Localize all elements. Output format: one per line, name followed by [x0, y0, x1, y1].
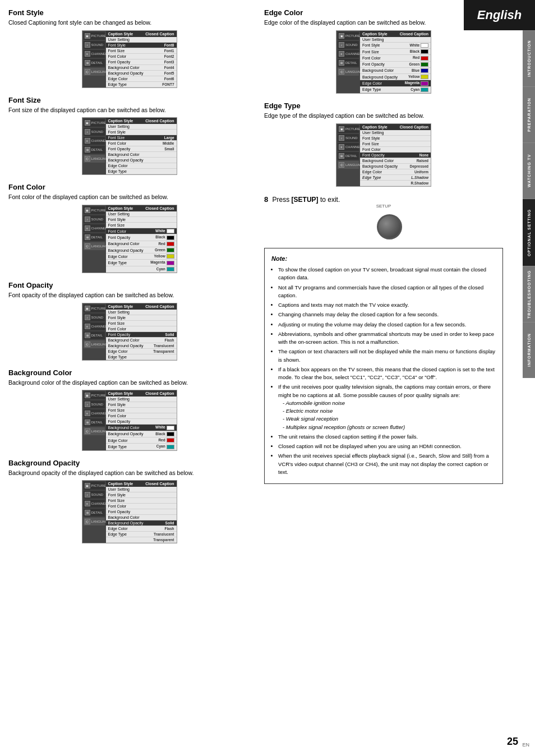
tab-information[interactable]: INFORMATION	[523, 322, 535, 378]
sidebar-et-sound: ♪SOUND	[338, 134, 359, 142]
fcmr-style: Font Style	[106, 217, 177, 223]
sidebar-et-channel: ≡CHANNEL	[338, 143, 359, 151]
tab-preparation[interactable]: PREPARATION	[523, 86, 535, 142]
step-text: Press [SETUP] to exit.	[273, 196, 340, 204]
sidebar-fo-channel: ≡CHANNEL	[84, 322, 105, 330]
tab-introduction[interactable]: INTRODUCTION	[523, 30, 535, 86]
right-column: Edge Color Edge color of the displayed c…	[261, 8, 503, 551]
fcmr-user: User Setting	[106, 211, 177, 217]
tab-optional-setting[interactable]: OPTIONAL SETTING	[523, 199, 535, 266]
menu-sidebar-bo: ▣PICTURE ♪SOUND ≡CHANNEL ⊞DETAIL ⒺLANGUA…	[82, 481, 106, 543]
note-item-1: To show the closed caption on your TV sc…	[278, 266, 496, 282]
fcmr-ec: Edge ColorYellow	[106, 253, 177, 260]
etmr-user: User Setting	[360, 130, 431, 136]
fsmr-opacity: Font OpacitySmall	[106, 146, 177, 152]
fomr-et: Edge Type	[106, 354, 177, 360]
side-navigation: INTRODUCTION PREPARATION WATCHING TV OPT…	[523, 30, 535, 378]
ec-language-icon: Ⓔ	[339, 69, 344, 75]
menu-main-font-color: Caption StyleClosed Caption User Setting…	[106, 205, 177, 273]
bcmr-fc: Font Color	[106, 413, 177, 419]
tab-watching-tv[interactable]: WATCHING TV	[523, 142, 535, 199]
sidebar-et-detail: ⊞DETAIL	[338, 152, 359, 160]
sidebar-bc-picture: ▣PICTURE	[84, 391, 105, 399]
sidebar-sound: ♪SOUND	[84, 41, 105, 49]
bg-opacity-menu: ▣PICTURE ♪SOUND ≡CHANNEL ⊞DETAIL ⒺLANGUA…	[8, 480, 250, 543]
ecmr-bg-op: Background OpacityYellow	[360, 74, 431, 80]
step-8-section: 8 Press [SETUP] to exit. SETUP	[264, 195, 503, 242]
sidebar-fc-channel: ≡CHANNEL	[84, 224, 105, 232]
sidebar-bc-language: ⒺLANGUAGE	[84, 427, 105, 435]
bcmr-bg: Background ColorWhite	[106, 425, 177, 431]
bcmr-user: User Setting	[106, 397, 177, 402]
sidebar-ec-language: ⒺLANGUAGE	[338, 68, 359, 76]
ecmr-size: Font SizeBlack	[360, 49, 431, 55]
fs-sound-icon: ♪	[85, 129, 90, 135]
menu-row-font-style: Font StyleFont8	[106, 43, 177, 48]
menu-header-fs: Caption StyleClosed Caption	[106, 118, 177, 124]
picture-icon: ▣	[85, 33, 90, 39]
etmr-bg-op: Background OpacityDepressed	[360, 164, 431, 169]
bcmr-size: Font Size	[106, 408, 177, 413]
section-font-style: Font Style Closed Captioning font style …	[8, 8, 250, 88]
sidebar-bc-sound: ♪SOUND	[84, 400, 105, 408]
fo-language-icon: Ⓔ	[85, 342, 90, 347]
section-font-size: Font Size Font size of the displayed cap…	[8, 96, 250, 176]
menu-row-bg-opacity: Background OpacityFont5	[106, 71, 177, 76]
setup-button-container	[264, 211, 503, 242]
ecmr-fc: Font ColorRed	[360, 55, 431, 61]
note-item-7: The caption or text characters will not …	[278, 348, 496, 364]
font-size-menu: ▣PICTURE ♪SOUND ≡CHANNEL ⊞DETAIL ⒺLANGUA…	[8, 117, 250, 175]
menu-header-bc: Caption StyleClosed Caption	[106, 390, 177, 397]
ec-sound-icon: ♪	[339, 42, 344, 48]
fsmr-edge-type: Edge Type	[106, 169, 177, 174]
sound-icon: ♪	[85, 42, 90, 48]
menu-header-fo: Caption StyleClosed Caption	[106, 303, 177, 310]
tab-troubleshooting[interactable]: TROUBLESHOOTING	[523, 266, 535, 322]
bcmr-style: Font Style	[106, 402, 177, 408]
page-lang: EN	[522, 742, 529, 748]
et-language-icon: Ⓔ	[339, 162, 344, 168]
sidebar-fs-channel: ≡CHANNEL	[84, 137, 105, 145]
fomr-ec: Edge ColorTransparent	[106, 349, 177, 354]
fcmr-size: Font Size	[106, 223, 177, 228]
fcmr-bg-op: Background OpacityGreen	[106, 247, 177, 253]
sidebar-ec-detail: ⊞DETAIL	[338, 59, 359, 67]
ecmr-et: Edge TypeCyan	[360, 87, 431, 93]
sidebar-fo-sound: ♪SOUND	[84, 314, 105, 321]
menu-sidebar: ▣PICTURE ♪SOUND ≡CHANNEL ⊞DETAIL ⒺLANGUA…	[82, 31, 106, 87]
menu-box-edge-color: ▣PICTURE ♪SOUND ≡CHANNEL ⊞DETAIL ⒺLANGUA…	[336, 30, 431, 94]
note-item-8: If a black box appears on the TV screen,…	[278, 366, 496, 382]
bcmr-fo: Font Opacity	[106, 419, 177, 425]
menu-sidebar-fs: ▣PICTURE ♪SOUND ≡CHANNEL ⊞DETAIL ⒺLANGUA…	[82, 118, 106, 174]
fo-sound-icon: ♪	[85, 315, 90, 320]
fcmr-color: Font ColorWhite	[106, 228, 177, 234]
font-size-desc: Font size of the displayed caption can b…	[8, 106, 250, 114]
bomr-trans: Transparent	[106, 537, 177, 543]
menu-sidebar-bc: ▣PICTURE ♪SOUND ≡CHANNEL ⊞DETAIL ⒺLANGUA…	[82, 390, 106, 450]
fsmr-bg-color: Background Color	[106, 152, 177, 158]
setup-button[interactable]	[377, 214, 402, 239]
etmr-et: Edge TypeL.Shadow	[360, 175, 431, 181]
et-detail-icon: ⊞	[339, 153, 344, 159]
fsmr-edge-color: Edge Color	[106, 163, 177, 169]
bcmr-bg-op: Background OpacityBlack	[106, 431, 177, 437]
sidebar-ec-sound: ♪SOUND	[338, 41, 359, 49]
fcmr-bg: Background ColorRed	[106, 241, 177, 247]
ecmr-bg: Background ColorBlue	[360, 68, 431, 74]
menu-main-bg-opacity: Caption StyleClosed Caption User Setting…	[106, 481, 177, 543]
ecmr-style: Font StyleWhite	[360, 43, 431, 49]
note-item-11: Closed caption will not be displayed whe…	[278, 442, 496, 450]
sidebar-ec-picture: ▣PICTURE	[338, 32, 359, 40]
edge-color-menu: ▣PICTURE ♪SOUND ≡CHANNEL ⊞DETAIL ⒺLANGUA…	[264, 30, 503, 94]
menu-sidebar-fc: ▣PICTURE ♪SOUND ≡CHANNEL ⊞DETAIL ⒺLANGUA…	[82, 205, 106, 273]
menu-box-bg-color: ▣PICTURE ♪SOUND ≡CHANNEL ⊞DETAIL ⒺLANGUA…	[82, 390, 177, 450]
fomr-style: Font Style	[106, 315, 177, 321]
fo-channel-icon: ≡	[85, 324, 90, 329]
fomr-user: User Setting	[106, 310, 177, 315]
section-font-opacity: Font Opacity Font opacity of the display…	[8, 281, 250, 361]
bomr-style: Font Style	[106, 492, 177, 498]
fcmr-cyan: Cyan	[106, 266, 177, 273]
note-box: Note: To show the closed caption on your…	[264, 248, 503, 485]
menu-box-edge-type: ▣PICTURE ♪SOUND ≡CHANNEL ⊞DETAIL ⒺLANGUA…	[336, 123, 431, 187]
section-bg-color: Background Color Background color of the…	[8, 368, 250, 451]
